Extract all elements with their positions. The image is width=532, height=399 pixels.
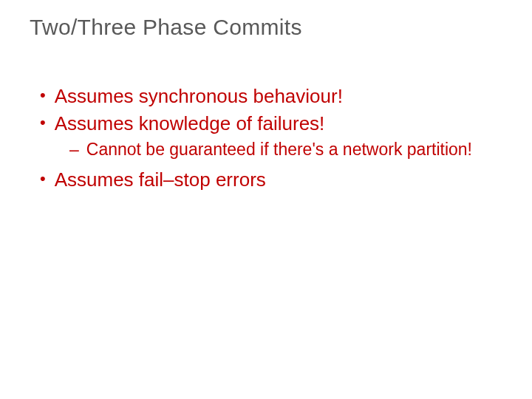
bullet-item: • Assumes knowledge of failures! <box>40 112 502 136</box>
bullet-subitem: – Cannot be guaranteed if there's a netw… <box>69 140 502 160</box>
bullet-marker-l2: – <box>69 140 79 160</box>
slide-title: Two/Three Phase Commits <box>30 15 502 40</box>
bullet-text: Cannot be guaranteed if there's a networ… <box>86 140 502 160</box>
slide-body: • Assumes synchronous behaviour! • Assum… <box>30 84 502 191</box>
bullet-marker-l1: • <box>40 112 46 134</box>
bullet-marker-l1: • <box>40 84 46 107</box>
bullet-marker-l1: • <box>40 168 46 191</box>
bullet-item: • Assumes fail–stop errors <box>40 168 502 192</box>
bullet-text: Assumes synchronous behaviour! <box>55 84 502 109</box>
bullet-item: • Assumes synchronous behaviour! <box>40 84 502 109</box>
bullet-text: Assumes fail–stop errors <box>55 168 502 192</box>
slide-container: Two/Three Phase Commits • Assumes synchr… <box>0 0 532 224</box>
bullet-text: Assumes knowledge of failures! <box>55 112 502 136</box>
